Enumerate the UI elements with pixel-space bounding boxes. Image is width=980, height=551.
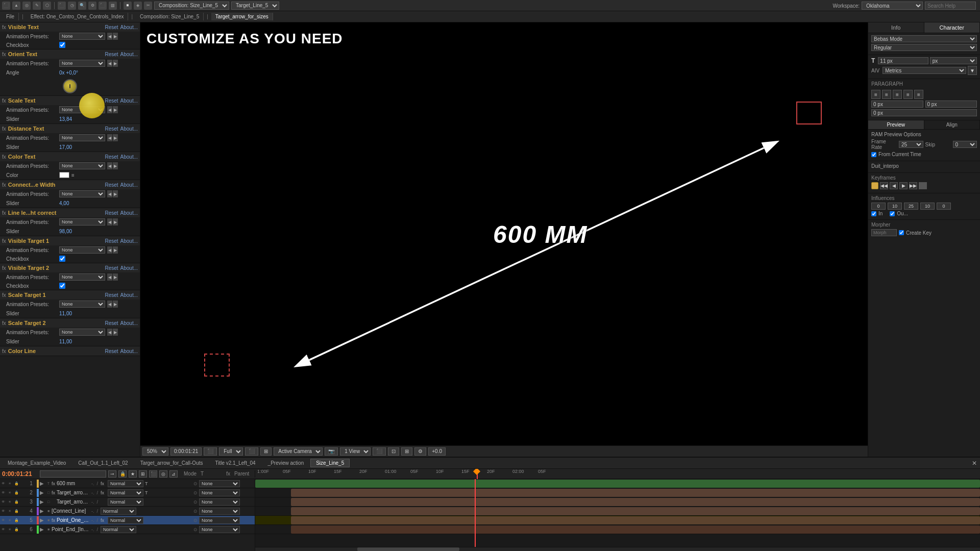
tab-effect1[interactable]: Effect: One_Contro_One_Controls_Index	[27, 13, 129, 20]
effect-reset-color-text[interactable]: Reset	[105, 154, 118, 160]
timecode-display[interactable]: 0:00:01:21	[170, 447, 202, 456]
arrow-left-2[interactable]: ◀	[107, 60, 112, 67]
toolbar-icon-4[interactable]: ✎	[33, 2, 41, 10]
timeline-close-btn[interactable]: ✕	[971, 460, 978, 467]
layer-parent-select-4[interactable]: None	[199, 508, 240, 515]
layer-solo-4[interactable]: ☀	[7, 508, 13, 514]
camera-icon-btn[interactable]: 📷	[325, 447, 338, 456]
arrow-left-3[interactable]: ◀	[107, 106, 112, 113]
layer-expand-3[interactable]: ▶	[40, 499, 44, 505]
grid2-btn[interactable]: ⊞	[401, 447, 412, 456]
layer-parent-select-2[interactable]: None	[199, 489, 240, 496]
layer-parent-select-6[interactable]: None	[199, 526, 240, 533]
prop-dropdown-anim-1[interactable]: None	[59, 33, 105, 40]
workspace-dropdown[interactable]: Oklahoma	[862, 2, 923, 10]
morph-input[interactable]	[871, 229, 897, 236]
layer-mode-select-5[interactable]: Normal	[108, 517, 143, 524]
layer-solo-5[interactable]: ☀	[7, 517, 13, 523]
layer-lock-2[interactable]: 🔒	[13, 490, 19, 496]
arrow-right-10[interactable]: ▶	[113, 300, 118, 308]
align-left-btn[interactable]: ≡	[871, 90, 880, 99]
layer-lock-5[interactable]: 🔒	[13, 517, 19, 523]
view-icon-btn[interactable]: ⬛	[373, 447, 386, 456]
color-more[interactable]: ≡	[71, 172, 75, 178]
layer-eye-4[interactable]: 👁	[0, 508, 6, 514]
tc-btn-lock[interactable]: 🔒	[118, 470, 127, 478]
layer-parent-select-1[interactable]: None	[199, 480, 240, 487]
effect-reset-visible-text[interactable]: Reset	[105, 24, 118, 30]
arrow-left-5[interactable]: ◀	[107, 162, 112, 169]
effect-reset-vis-target-2[interactable]: Reset	[105, 265, 118, 271]
render-btn[interactable]: ⬛	[204, 447, 217, 456]
spacing-input-3[interactable]	[871, 109, 977, 116]
kf-btn-3[interactable]: ◀	[890, 182, 898, 189]
toolbar-icon-8[interactable]: 🔍	[78, 2, 86, 10]
effect-about-scale-target-1[interactable]: About...	[120, 292, 138, 298]
infl-input-1[interactable]	[871, 203, 886, 210]
layer-row-6[interactable]: 👁 ☀ 🔒 6 ▶ ■ Point_End_[Index] -. /	[0, 525, 255, 534]
slider-value-scale-t1[interactable]: 11,00	[59, 311, 72, 316]
timeline-current-time[interactable]: 0:00:01:21	[2, 470, 38, 478]
angle-value[interactable]: 0x +0,0°	[59, 70, 78, 76]
arrow-left-6[interactable]: ◀	[107, 190, 112, 197]
prop-dropdown-anim-9[interactable]: None	[59, 273, 105, 281]
infl-out-checkbox[interactable]	[890, 211, 895, 216]
tc-btn-collapse[interactable]: ⊞	[139, 470, 147, 478]
slider-value-distance[interactable]: 17,00	[59, 144, 72, 150]
layer-name-2[interactable]: Target_arrow_1_	[57, 490, 91, 495]
effect-reset-distance-text[interactable]: Reset	[105, 126, 118, 132]
layer-expand-1[interactable]: ▶	[40, 481, 44, 486]
effect-about-orient-text[interactable]: About...	[120, 52, 138, 57]
settings-btn[interactable]: ⚙	[414, 447, 426, 456]
arrow-right-3[interactable]: ▶	[113, 106, 118, 113]
grid-btn[interactable]: ⊞	[260, 447, 272, 456]
arrow-left-1[interactable]: ◀	[107, 33, 112, 40]
layer-name-4[interactable]: [Connect_Line]	[52, 508, 91, 514]
viewport-canvas[interactable]: 600 MM CUSTOMIZE AS YOU NEED	[140, 22, 868, 445]
tab-comp2[interactable]: Target_arrow_for_sizes	[211, 13, 273, 20]
timeline-scrollbar[interactable]	[255, 547, 980, 551]
layer-parent-select-3[interactable]: None	[199, 498, 240, 506]
snap-btn[interactable]: ⊡	[388, 447, 399, 456]
infl-input-3[interactable]	[904, 203, 918, 210]
layer-solo-1[interactable]: ☀	[7, 481, 13, 487]
font-size-input[interactable]	[878, 57, 928, 64]
scrollbar-thumb[interactable]	[357, 547, 459, 551]
effect-reset-color-line[interactable]: Reset	[105, 348, 118, 354]
layer-row-4[interactable]: 👁 ☀ 🔒 4 ▶ ■ [Connect_Line] -. /	[0, 507, 255, 516]
layer-mode-select-4[interactable]: Normal	[101, 508, 136, 515]
effect-about-vis-target-2[interactable]: About...	[120, 265, 138, 271]
tab-comp1[interactable]: Composition: Size_Line_5	[136, 13, 204, 20]
prop-dropdown-anim-6[interactable]: None	[59, 190, 105, 197]
search-input[interactable]	[925, 2, 976, 10]
effect-about-vis-target-1[interactable]: About...	[120, 238, 138, 244]
tc-btn-frame[interactable]: ⬛	[149, 470, 157, 478]
slider-value-scale-t2[interactable]: 11,00	[59, 339, 72, 344]
prop-dropdown-anim-5[interactable]: None	[59, 162, 105, 169]
layer-eye-2[interactable]: 👁	[0, 490, 6, 496]
view-dropdown[interactable]: 1 View	[340, 447, 371, 456]
layer-row-5[interactable]: 👁 ☀ 🔒 5 ▶ ■ fx Point_One_Controls_[index…	[0, 516, 255, 525]
blending-style-dropdown[interactable]: Regular	[871, 44, 977, 51]
effect-about-visible-text[interactable]: About...	[120, 24, 138, 30]
arrow-left-8[interactable]: ◀	[107, 246, 112, 254]
toolbar-icon-3[interactable]: ◎	[22, 2, 31, 10]
tl-tab-title[interactable]: Title v2.1_Left_04	[209, 459, 261, 467]
quality-dropdown[interactable]: Full	[219, 447, 243, 456]
toolbar-icon-10[interactable]: ⬛	[99, 2, 107, 10]
tc-btn-motion[interactable]: ◎	[159, 470, 167, 478]
arrow-right-6[interactable]: ▶	[113, 190, 118, 197]
layer-expand-6[interactable]: ▶	[40, 527, 44, 532]
effect-about-distance-text[interactable]: About...	[120, 126, 138, 132]
effect-reset-connect-width[interactable]: Reset	[105, 182, 118, 188]
layer-name-3[interactable]: Target_arrow_2_	[57, 499, 91, 505]
layer-solo-6[interactable]: ☀	[7, 527, 13, 533]
orient-knob[interactable]	[63, 79, 77, 93]
arrow-right-9[interactable]: ▶	[113, 273, 118, 281]
layer-mode-select-1[interactable]: Normal	[108, 480, 143, 487]
toolbar-icon-1[interactable]: ⬛	[2, 2, 10, 10]
effect-reset-line-length[interactable]: Reset	[105, 210, 118, 216]
prop-dropdown-anim-7[interactable]: None	[59, 218, 105, 226]
arrow-right-4[interactable]: ▶	[113, 134, 118, 141]
prop-dropdown-anim-11[interactable]: None	[59, 329, 105, 336]
